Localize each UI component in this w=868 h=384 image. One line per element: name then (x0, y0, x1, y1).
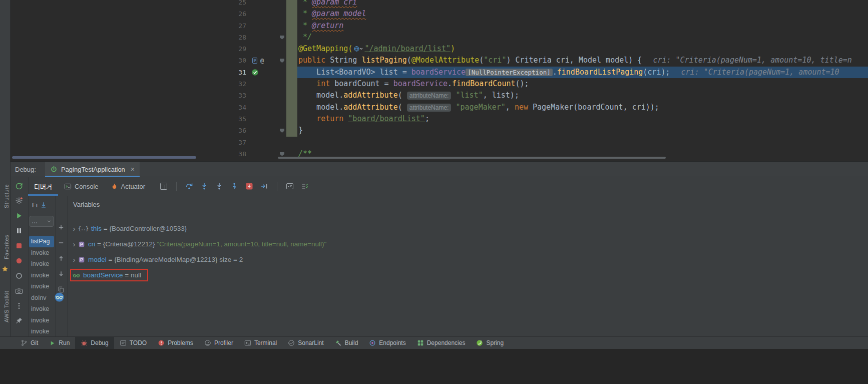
code-editor[interactable]: 25 * @param cri26 * @param model27 * @re… (235, 0, 868, 161)
fold-marker-icon[interactable] (280, 129, 284, 133)
stack-frame-0[interactable]: listPag (29, 236, 54, 247)
statusbar-item-spring[interactable]: Spring (471, 337, 509, 349)
code-line-34[interactable]: 34 model.addAttribute( attributeName: "p… (235, 102, 868, 113)
pause-button[interactable] (14, 226, 24, 236)
debug-tab-console[interactable]: Console (58, 177, 105, 196)
line-number[interactable]: 25 (235, 0, 246, 8)
statusbar-item-profiler[interactable]: Profiler (199, 337, 239, 349)
line-number[interactable]: 38 (235, 148, 246, 160)
variable-row-cri[interactable]: ›cri = {Criteria@12212} "Criteria(pageNu… (67, 236, 868, 252)
line-number[interactable]: 34 (235, 102, 246, 113)
variables-tab-label[interactable]: Variables (67, 196, 100, 213)
editor-gutter[interactable] (246, 102, 286, 113)
tool-button-favorites[interactable]: Favorites (1, 229, 10, 259)
editor-gutter[interactable] (246, 90, 286, 101)
editor-gutter[interactable] (246, 8, 286, 20)
stack-frame-5[interactable]: doInv (29, 292, 54, 304)
close-icon[interactable]: × (131, 165, 135, 173)
statusbar-item-problems[interactable]: Problems (152, 337, 199, 349)
line-number[interactable]: 28 (235, 32, 246, 43)
line-number[interactable]: 29 (235, 43, 246, 55)
code-line-27[interactable]: 27 * @return (235, 20, 868, 32)
line-number[interactable]: 26 (235, 8, 246, 20)
tool-button-structure[interactable]: Structure (1, 176, 10, 208)
expand-chevron-icon[interactable]: › (70, 255, 78, 264)
line-number[interactable]: 30 (235, 55, 246, 66)
statusbar-item-run[interactable]: Run (44, 337, 75, 349)
watches-badge-icon[interactable] (54, 292, 64, 302)
up-button[interactable] (56, 253, 67, 264)
editor-gutter[interactable] (246, 78, 286, 90)
editor-gutter[interactable] (246, 67, 286, 78)
restore-layout-button[interactable] (158, 181, 169, 192)
step-over-button[interactable] (184, 181, 195, 192)
editor-gutter[interactable] (246, 137, 286, 148)
step-out-button[interactable] (229, 181, 240, 192)
code-line-37[interactable]: 37 (235, 137, 868, 148)
code-line-26[interactable]: 26 * @param model (235, 8, 868, 20)
frames-thread-dropdown[interactable]: … (30, 216, 54, 227)
statusbar-item-dependencies[interactable]: Dependencies (411, 337, 471, 349)
thread-dump-button[interactable] (14, 286, 24, 296)
line-number[interactable]: 35 (235, 113, 246, 125)
force-step-into-button[interactable] (214, 181, 225, 192)
frames-down-icon[interactable] (40, 201, 47, 208)
stack-frame-6[interactable]: invoke (29, 303, 54, 315)
down-button[interactable] (56, 268, 67, 279)
variable-row-boardService[interactable]: boardService = null (67, 267, 868, 283)
run-to-cursor-button[interactable] (259, 181, 270, 192)
code-line-33[interactable]: 33 model.addAttribute( attributeName: "l… (235, 90, 868, 101)
stack-frame-7[interactable]: invoke (29, 315, 54, 326)
view-breakpoints-button[interactable] (14, 256, 24, 266)
statusbar-item-build[interactable]: Build (329, 337, 364, 349)
view-options-button[interactable] (299, 181, 310, 192)
expand-chevron-icon[interactable]: › (70, 240, 78, 248)
stack-frame-3[interactable]: invoke (29, 270, 54, 281)
line-number[interactable]: 36 (235, 125, 246, 136)
variable-row-model[interactable]: ›model = {BindingAwareModelMap@12213} si… (67, 252, 868, 267)
editor-gutter[interactable] (246, 0, 286, 8)
evaluate-expression-button[interactable] (284, 181, 295, 192)
statusbar-item-todo[interactable]: TODO (114, 337, 152, 349)
editor-gutter[interactable]: @ (246, 55, 286, 66)
step-into-button[interactable] (199, 181, 210, 192)
code-line-31[interactable]: 31 List<BoardVO> list = boardService[Nul… (235, 67, 868, 78)
tool-button-aws-toolkit[interactable]: AWS Toolkit (1, 276, 10, 322)
line-number[interactable]: 31 (235, 67, 246, 78)
stack-frame-4[interactable]: invoke (29, 281, 54, 292)
statusbar-item-sonarlint[interactable]: SonarLint (282, 337, 329, 349)
statusbar-item-endpoints[interactable]: Endpoints (363, 337, 411, 349)
rerun-button[interactable] (14, 181, 24, 191)
project-horizontal-scrollbar[interactable] (12, 156, 196, 159)
statusbar-item-debug[interactable]: Debug (75, 337, 114, 349)
variable-row-this[interactable]: ›{..}this = {BoardController@10533} (67, 221, 868, 236)
code-line-36[interactable]: 36} (235, 125, 868, 136)
editor-gutter[interactable] (246, 20, 286, 32)
line-number[interactable]: 27 (235, 20, 246, 32)
debug-tab-debugger[interactable]: 디버거 (28, 177, 58, 196)
fold-marker-icon[interactable] (280, 59, 284, 63)
statusbar-item-terminal[interactable]: Terminal (239, 337, 282, 349)
code-line-30[interactable]: 30@public String listPaging(@ModelAttrib… (235, 55, 868, 66)
expand-chevron-icon[interactable]: › (70, 224, 78, 233)
stop-button[interactable] (14, 241, 24, 251)
drop-frame-button[interactable] (244, 181, 255, 192)
debug-session-tab[interactable]: PagingTestApplication × (45, 162, 140, 177)
line-number[interactable]: 37 (235, 137, 246, 148)
code-line-35[interactable]: 35 return "board/boardList"; (235, 113, 868, 125)
plus-button[interactable] (56, 222, 67, 233)
debug-tab-actuator[interactable]: Actuator (105, 177, 151, 196)
stack-frame-2[interactable]: invoke (29, 258, 54, 270)
settings-button[interactable] (14, 196, 24, 206)
resume-button[interactable] (14, 211, 24, 221)
line-number[interactable]: 33 (235, 90, 246, 101)
stack-frame-1[interactable]: invoke (29, 247, 54, 259)
editor-gutter[interactable] (246, 32, 286, 43)
line-number[interactable]: 32 (235, 78, 246, 90)
code-line-32[interactable]: 32 int boardCount = boardService.findBoa… (235, 78, 868, 90)
minus-button[interactable] (56, 237, 67, 248)
editor-gutter[interactable] (246, 113, 286, 125)
editor-gutter[interactable] (246, 43, 286, 55)
code-line-25[interactable]: 25 * @param cri (235, 0, 868, 8)
mute-breakpoints-button[interactable] (14, 271, 24, 281)
